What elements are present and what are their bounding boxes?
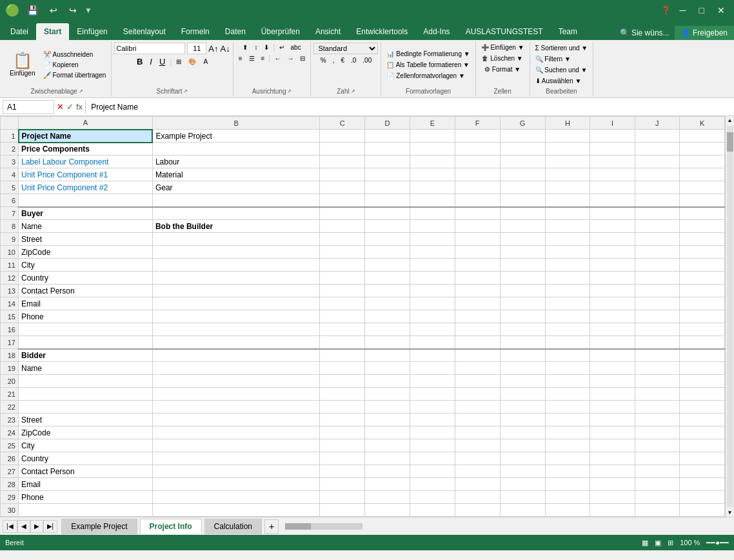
cell-a11[interactable]: City xyxy=(19,259,153,272)
tab-datei[interactable]: Datei xyxy=(3,23,36,40)
cell-G28[interactable] xyxy=(500,478,545,491)
cell-b21[interactable] xyxy=(152,388,319,401)
view-page-break-icon[interactable]: ⊞ xyxy=(668,539,673,547)
cell-G14[interactable] xyxy=(500,297,545,310)
cell-I18[interactable] xyxy=(590,349,635,362)
cell-E4[interactable] xyxy=(410,168,455,181)
cell-b14[interactable] xyxy=(152,297,319,310)
cell-a21[interactable] xyxy=(19,388,153,401)
cell-H8[interactable] xyxy=(545,220,590,233)
cell-I25[interactable] xyxy=(590,439,635,452)
row-header-9[interactable]: 9 xyxy=(1,233,19,246)
percent-btn[interactable]: % xyxy=(318,55,329,65)
cancel-formula-icon[interactable]: ✕ xyxy=(57,102,64,112)
cell-b5[interactable]: Gear xyxy=(152,181,319,194)
cell-K1[interactable] xyxy=(680,130,725,143)
format-painter-btn[interactable]: 🖌️Format übertragen xyxy=(41,70,108,80)
row-header-28[interactable]: 28 xyxy=(1,478,19,491)
col-header-b[interactable]: B xyxy=(152,117,319,130)
cell-a26[interactable]: Country xyxy=(19,452,153,465)
cell-b19[interactable] xyxy=(152,362,319,375)
decrease-font-icon[interactable]: A↓ xyxy=(220,44,230,54)
row-header-10[interactable]: 10 xyxy=(1,246,19,259)
cell-E5[interactable] xyxy=(410,181,455,194)
cell-G9[interactable] xyxy=(500,233,545,246)
cell-K24[interactable] xyxy=(680,426,725,439)
right-align-btn[interactable]: ≡ xyxy=(259,54,268,63)
col-header-c[interactable]: C xyxy=(320,117,365,130)
zahl-expand-icon[interactable]: ↗ xyxy=(351,88,355,94)
cell-I30[interactable] xyxy=(590,504,635,517)
view-layout-icon[interactable]: ▣ xyxy=(655,539,661,547)
cell-J2[interactable] xyxy=(635,143,680,155)
cell-G29[interactable] xyxy=(500,491,545,504)
col-header-d[interactable]: D xyxy=(365,117,410,130)
cell-J29[interactable] xyxy=(635,491,680,504)
cell-I22[interactable] xyxy=(590,401,635,414)
decrease-indent-btn[interactable]: ← xyxy=(272,54,283,63)
cell-F1[interactable] xyxy=(455,130,500,143)
cell-C12[interactable] xyxy=(320,272,365,285)
cell-F26[interactable] xyxy=(455,452,500,465)
tab-team[interactable]: Team xyxy=(551,23,585,40)
tab-start[interactable]: Start xyxy=(36,23,69,40)
cell-E16[interactable] xyxy=(410,323,455,336)
autosum-btn[interactable]: Σ Sortieren und ▼ xyxy=(533,43,591,53)
cell-H3[interactable] xyxy=(545,155,590,168)
close-btn[interactable]: ✕ xyxy=(713,4,729,17)
cell-I3[interactable] xyxy=(590,155,635,168)
cell-D6[interactable] xyxy=(365,194,410,207)
row-header-5[interactable]: 5 xyxy=(1,181,19,194)
cell-D24[interactable] xyxy=(365,426,410,439)
cell-D3[interactable] xyxy=(365,155,410,168)
undo-quick-btn[interactable]: ↩ xyxy=(46,4,61,17)
cell-J7[interactable] xyxy=(635,207,680,220)
cell-J4[interactable] xyxy=(635,168,680,181)
scroll-thumb[interactable] xyxy=(727,132,733,152)
cell-b24[interactable] xyxy=(152,426,319,439)
col-header-i[interactable]: I xyxy=(590,117,635,130)
format-cells-btn[interactable]: ⚙ Format ▼ xyxy=(482,65,523,74)
cell-J12[interactable] xyxy=(635,272,680,285)
cell-G30[interactable] xyxy=(500,504,545,517)
cell-C21[interactable] xyxy=(320,388,365,401)
copy-btn[interactable]: 📄Kopieren xyxy=(41,60,108,70)
cell-I16[interactable] xyxy=(590,323,635,336)
view-normal-icon[interactable]: ▦ xyxy=(642,539,648,547)
cell-H28[interactable] xyxy=(545,478,590,491)
cell-K28[interactable] xyxy=(680,478,725,491)
cell-I19[interactable] xyxy=(590,362,635,375)
cell-b28[interactable] xyxy=(152,478,319,491)
cell-D4[interactable] xyxy=(365,168,410,181)
redo-quick-btn[interactable]: ↪ xyxy=(65,4,81,17)
cell-b6[interactable] xyxy=(152,194,319,207)
cell-a22[interactable] xyxy=(19,401,153,414)
cell-F15[interactable] xyxy=(455,310,500,323)
cell-C5[interactable] xyxy=(320,181,365,194)
cell-C30[interactable] xyxy=(320,504,365,517)
cell-K2[interactable] xyxy=(680,143,725,155)
cell-K22[interactable] xyxy=(680,401,725,414)
ausrichtung-expand-icon[interactable]: ↗ xyxy=(287,88,292,94)
italic-btn[interactable]: I xyxy=(147,55,155,68)
cell-a3[interactable]: Label Labour Component xyxy=(19,155,153,168)
cell-C8[interactable] xyxy=(320,220,365,233)
tab-auslastungstest[interactable]: AUSLASTUNGSTEST xyxy=(458,23,551,40)
cell-E6[interactable] xyxy=(410,194,455,207)
cell-G25[interactable] xyxy=(500,439,545,452)
cell-G22[interactable] xyxy=(500,401,545,414)
row-header-3[interactable]: 3 xyxy=(1,155,19,168)
cell-b1[interactable]: Example Project xyxy=(152,130,319,143)
increase-decimal-btn[interactable]: .0 xyxy=(348,55,359,65)
currency-btn[interactable]: € xyxy=(338,55,347,65)
cell-a20[interactable] xyxy=(19,375,153,388)
cell-H30[interactable] xyxy=(545,504,590,517)
cell-F25[interactable] xyxy=(455,439,500,452)
cell-F13[interactable] xyxy=(455,285,500,297)
cell-J27[interactable] xyxy=(635,465,680,478)
cell-b30[interactable] xyxy=(152,504,319,517)
cell-J18[interactable] xyxy=(635,349,680,362)
cell-D15[interactable] xyxy=(365,310,410,323)
cell-F23[interactable] xyxy=(455,414,500,426)
col-header-e[interactable]: E xyxy=(410,117,455,130)
